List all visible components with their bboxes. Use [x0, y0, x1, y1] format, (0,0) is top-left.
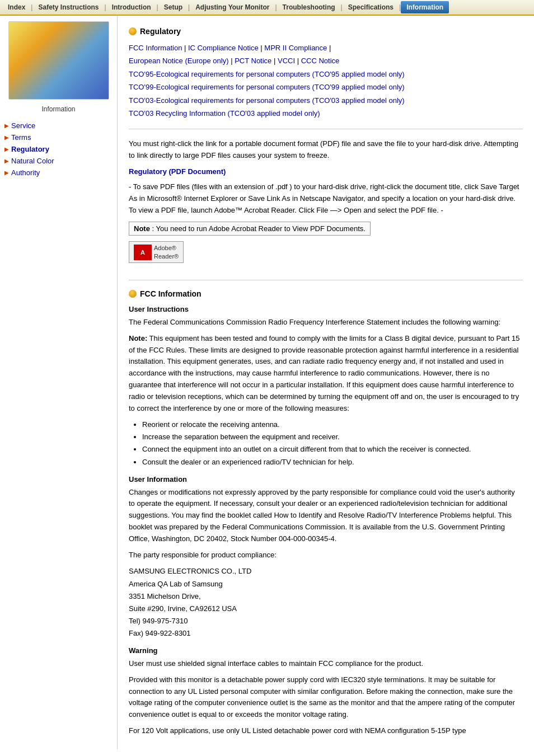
link-european[interactable]: European Notice (Europe only): [129, 57, 229, 65]
fcc-note-bold: Note:: [129, 334, 147, 342]
fcc-header: FCC Information: [129, 289, 523, 298]
power-cord-text: Provided with this monitor is a detachab…: [129, 674, 523, 721]
link-ic[interactable]: IC Compliance Notice: [188, 44, 259, 52]
sidebar-image: [8, 21, 109, 100]
volt-text: For 120 Volt applications, use only UL L…: [129, 725, 523, 737]
main-container: Information ▶ Service ▶ Terms ▶ Regulato…: [0, 16, 534, 749]
arrow-icon: ▶: [4, 170, 9, 176]
nav-setup[interactable]: Setup: [158, 1, 188, 13]
user-instructions-intro: The Federal Communications Commission Ra…: [129, 317, 523, 328]
fcc-title: FCC Information: [140, 289, 202, 298]
address-block: SAMSUNG ELECTRONICS CO., LTDAmerica QA L…: [129, 565, 523, 640]
pdf-instruction-text: - To save PDF files (files with an exten…: [129, 181, 523, 216]
link-pct[interactable]: PCT Notice: [235, 57, 271, 65]
link-tco03[interactable]: TCO'03-Ecological requirements for perso…: [129, 96, 405, 105]
link-tco99[interactable]: TCO'99-Ecological requirements for perso…: [129, 83, 405, 91]
bullet-icon: [129, 27, 137, 35]
bullet-item-3: Connect the equipment into an outlet on …: [142, 443, 523, 456]
note-box: Note : You need to run Adobe Acrobat Rea…: [129, 222, 371, 236]
pdf-notice-text: You must right-click the link for a port…: [129, 138, 523, 162]
sidebar-label: Information: [0, 105, 117, 113]
regulatory-header: Regulatory: [129, 27, 523, 36]
user-information-title: User Information: [129, 475, 523, 483]
bullet-icon-fcc: [129, 290, 137, 298]
warning-title: Warning: [129, 646, 523, 655]
divider-1: [129, 129, 523, 129]
sep: |: [329, 44, 331, 52]
sidebar-item-regulatory[interactable]: ▶ Regulatory: [4, 143, 113, 155]
sidebar: Information ▶ Service ▶ Terms ▶ Regulato…: [0, 16, 118, 749]
party-text: The party responsible for product compli…: [129, 550, 523, 561]
sidebar-item-service[interactable]: ▶ Service: [4, 120, 113, 132]
adobe-logo: A: [134, 245, 152, 260]
nav-troubleshooting[interactable]: Troubleshooting: [277, 1, 341, 13]
arrow-icon: ▶: [4, 134, 9, 140]
adobe-text: Adobe®Reader®: [154, 244, 179, 260]
regulatory-title: Regulatory: [140, 27, 181, 36]
user-information-text: Changes or modifications not expressly a…: [129, 487, 523, 545]
sidebar-link-regulatory[interactable]: Regulatory: [11, 145, 49, 153]
nav-adjusting[interactable]: Adjusting Your Monitor: [190, 1, 275, 13]
bullet-item-1: Reorient or relocate the receiving anten…: [142, 419, 523, 431]
note-label: Note: [134, 224, 150, 233]
nav-index[interactable]: Index: [2, 1, 31, 13]
adobe-badge: A Adobe®Reader®: [129, 241, 184, 263]
arrow-icon: ▶: [4, 123, 9, 129]
bullet-item-4: Consult the dealer or an experienced rad…: [142, 456, 523, 468]
sidebar-link-naturalcolor[interactable]: Natural Color: [11, 157, 54, 165]
link-ccc[interactable]: CCC Notice: [301, 57, 340, 65]
fcc-note-text: Note: This equipment has been tested and…: [129, 333, 523, 415]
note-text: : You need to run Adobe Acrobat Reader t…: [152, 224, 366, 233]
warning-text: User must use shielded signal interface …: [129, 658, 523, 670]
bullet-item-2: Increase the separation between the equi…: [142, 431, 523, 443]
sep: |: [184, 44, 188, 52]
pdf-document-link[interactable]: Regulatory (PDF Document): [129, 167, 523, 176]
link-vcci[interactable]: VCCI: [278, 57, 295, 65]
nav-safety[interactable]: Safety Instructions: [32, 1, 104, 13]
sidebar-link-terms[interactable]: Terms: [11, 133, 31, 142]
regulatory-links: FCC Information | IC Compliance Notice |…: [129, 41, 523, 120]
sidebar-item-naturalcolor[interactable]: ▶ Natural Color: [4, 155, 113, 167]
arrow-icon: ▶: [4, 146, 9, 152]
link-mpr[interactable]: MPR II Compliance: [264, 44, 327, 52]
sidebar-item-authority[interactable]: ▶ Authority: [4, 167, 113, 179]
arrow-icon: ▶: [4, 158, 9, 164]
sidebar-link-service[interactable]: Service: [11, 121, 35, 130]
content-area: Regulatory FCC Information | IC Complian…: [118, 16, 534, 749]
sidebar-nav: ▶ Service ▶ Terms ▶ Regulatory ▶ Natural…: [0, 118, 117, 181]
sep: |: [297, 57, 301, 65]
sep: |: [274, 57, 278, 65]
navigation-bar: Index | Safety Instructions | Introducti…: [0, 0, 534, 16]
user-instructions-title: User Instructions: [129, 305, 523, 313]
link-tco03recycle[interactable]: TCO'03 Recycling Information (TCO'03 app…: [129, 109, 320, 118]
nav-information[interactable]: Information: [401, 1, 449, 13]
nav-intro[interactable]: Introduction: [106, 1, 157, 13]
link-tco95[interactable]: TCO'95-Ecological requirements for perso…: [129, 70, 405, 78]
fcc-note-body: This equipment has been tested and found…: [129, 334, 520, 412]
nav-specifications[interactable]: Specifications: [343, 1, 399, 13]
sidebar-link-authority[interactable]: Authority: [11, 168, 40, 177]
fcc-bullets: Reorient or relocate the receiving anten…: [129, 419, 523, 468]
link-fcc[interactable]: FCC Information: [129, 44, 182, 52]
sidebar-item-terms[interactable]: ▶ Terms: [4, 132, 113, 143]
address-text: SAMSUNG ELECTRONICS CO., LTDAmerica QA L…: [129, 567, 251, 637]
divider-2: [129, 280, 523, 280]
